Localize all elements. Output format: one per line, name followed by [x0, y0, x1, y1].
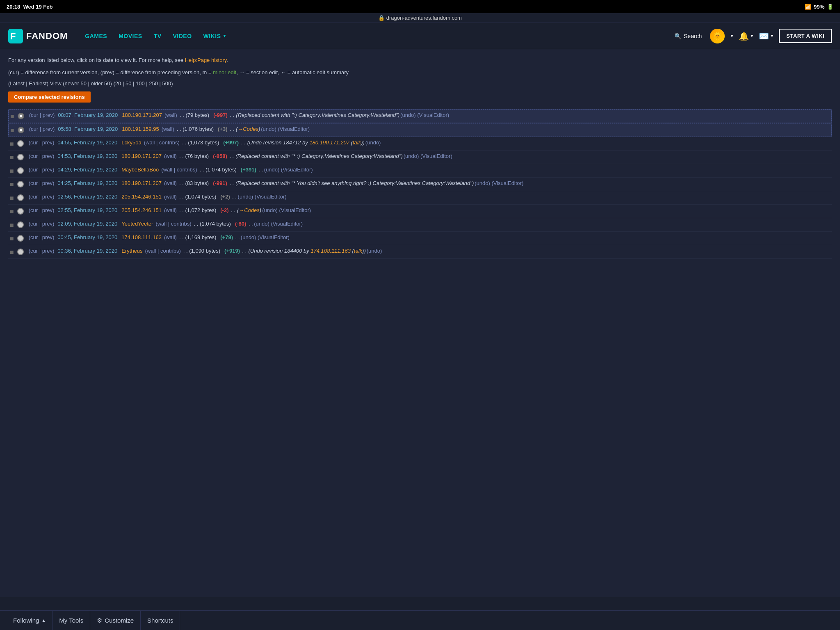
rev-user[interactable]: 174.108.111.163 — [121, 234, 162, 240]
rev-cur-prev-links[interactable]: (cur | prev) — [29, 248, 55, 254]
radio-button[interactable] — [17, 194, 24, 201]
rev-delta[interactable]: (-80) — [235, 221, 246, 227]
status-bar: 20:18 Wed 19 Feb 📶 99% 🔋 — [0, 0, 840, 13]
rev-cur-prev-links[interactable]: (cur | prev) — [29, 180, 55, 186]
rev-wall-link[interactable]: (wall) — [164, 234, 177, 240]
radio-button[interactable] — [17, 167, 24, 174]
messages-button[interactable]: ✉️ ▼ — [759, 31, 774, 41]
revision-item: ■ (cur | prev) 05:58, February 19, 2020 … — [8, 123, 832, 137]
rev-wall-link[interactable]: (wall) — [164, 194, 177, 200]
radio-button[interactable] — [18, 127, 24, 133]
bullet-icon: ■ — [10, 249, 14, 256]
rev-actions[interactable]: (undo) (VisualEditor) — [404, 153, 452, 159]
rev-cur-prev-links[interactable]: (cur | prev) — [29, 221, 55, 227]
rev-cur-prev-links[interactable]: (cur | prev) — [29, 207, 55, 213]
rev-cur-prev-links[interactable]: (cur | prev) — [29, 234, 55, 240]
rev-delta[interactable]: (+997) — [223, 139, 239, 146]
url-domain: dragon-adventures.fandom.com — [386, 15, 462, 21]
radio-button[interactable] — [17, 181, 24, 187]
rev-date[interactable]: 04:53, February 19, 2020 — [57, 153, 117, 159]
rev-cur-prev-links[interactable]: (cur | prev) — [29, 167, 55, 173]
nav-wikis[interactable]: WIKIS ▼ — [199, 30, 232, 42]
rev-cur-prev-links[interactable]: (cur | prev) — [29, 153, 55, 159]
rev-delta[interactable]: (+919) — [224, 248, 240, 254]
rev-user[interactable]: 205.154.246.151 — [121, 194, 162, 200]
rev-actions[interactable]: (undo) — [365, 139, 381, 146]
rev-delta[interactable]: (-991) — [213, 180, 227, 186]
rev-wall-link[interactable]: (wall) — [164, 207, 177, 213]
rev-delta[interactable]: (+79) — [220, 234, 233, 240]
rev-wall-link[interactable]: (wall) — [164, 180, 177, 186]
rev-user[interactable]: 205.154.246.151 — [121, 207, 162, 213]
status-right: 📶 99% 🔋 — [805, 4, 833, 10]
fandom-logo[interactable]: F FANDOM — [8, 29, 68, 43]
help-page-history-link[interactable]: Help:Page history — [185, 57, 227, 63]
rev-actions[interactable]: (undo) (VisualEditor) — [254, 221, 303, 227]
rev-wall-link[interactable]: (wall | contribs) — [155, 221, 191, 227]
rev-wall-link[interactable]: (wall | contribs) — [145, 248, 181, 254]
rev-wall-link[interactable]: (wall | contribs) — [144, 139, 180, 146]
rev-date[interactable]: 02:56, February 19, 2020 — [57, 194, 117, 200]
rev-user[interactable]: Lcky5oa — [121, 139, 141, 146]
nav-movies[interactable]: MOVIES — [114, 30, 147, 42]
rev-actions[interactable]: (undo) (VisualEditor) — [400, 112, 449, 118]
rev-wall-link[interactable]: (wall) — [164, 153, 177, 159]
rev-actions[interactable]: (undo) (VisualEditor) — [261, 126, 310, 132]
search-button[interactable]: 🔍 Search — [671, 31, 705, 41]
rev-cur-prev-links[interactable]: (cur | prev) — [29, 194, 55, 200]
rev-date[interactable]: 00:45, February 19, 2020 — [57, 234, 117, 240]
rev-delta[interactable]: (-997) — [213, 112, 228, 118]
rev-date[interactable]: 00:36, February 19, 2020 — [57, 248, 117, 254]
radio-button[interactable] — [17, 154, 24, 160]
radio-button[interactable] — [17, 208, 24, 215]
bullet-icon: ■ — [10, 221, 14, 229]
rev-actions[interactable]: (undo) (VisualEditor) — [475, 180, 523, 186]
notifications-button[interactable]: 🔔 ▼ — [739, 31, 754, 41]
rev-user[interactable]: 180.190.171.207 — [121, 153, 162, 159]
rev-cur-prev-links[interactable]: (cur | prev) — [29, 126, 55, 132]
rev-date[interactable]: 05:58, February 19, 2020 — [58, 126, 118, 132]
start-wiki-button[interactable]: START A WIKI — [779, 29, 832, 43]
rev-actions[interactable]: (undo) (VisualEditor) — [238, 194, 287, 200]
rev-date[interactable]: 08:07, February 19, 2020 — [58, 112, 118, 118]
rev-user[interactable]: Erytheus — [121, 248, 142, 254]
rev-actions[interactable]: (undo) (VisualEditor) — [262, 207, 311, 213]
revision-item: ■ (cur | prev) 02:09, February 19, 2020 … — [8, 218, 832, 232]
rev-cur-prev-links[interactable]: (cur | prev) — [29, 112, 55, 118]
rev-actions[interactable]: (undo) (VisualEditor) — [264, 167, 313, 173]
rev-date[interactable]: 04:25, February 19, 2020 — [57, 180, 117, 186]
radio-button[interactable] — [17, 221, 24, 228]
rev-user[interactable]: 180.190.171.207 — [122, 112, 162, 118]
rev-delta[interactable]: (+2) — [220, 194, 230, 200]
radio-button[interactable] — [17, 235, 24, 242]
rev-date[interactable]: 04:29, February 19, 2020 — [57, 167, 117, 173]
rev-user[interactable]: MaybeBellaBoo — [121, 167, 159, 173]
rev-date[interactable]: 02:09, February 19, 2020 — [57, 221, 117, 227]
rev-wall-link[interactable]: (wall) — [164, 112, 177, 118]
rev-user[interactable]: YeetedYeeter — [121, 221, 153, 227]
rev-delta[interactable]: (+391) — [241, 167, 256, 173]
rev-bytes: . . (76 bytes) — [179, 153, 209, 159]
rev-date[interactable]: 02:55, February 19, 2020 — [57, 207, 117, 213]
rev-user[interactable]: 180.190.171.207 — [121, 180, 162, 186]
rev-delta[interactable]: (+3) — [218, 126, 227, 132]
rev-delta[interactable]: (-858) — [213, 153, 227, 159]
battery-icon: 🔋 — [827, 4, 833, 10]
rev-date[interactable]: 04:55, February 19, 2020 — [57, 139, 117, 146]
revision-line: (cur | prev) 00:45, February 19, 2020 17… — [29, 234, 290, 240]
rev-actions[interactable]: (undo) (VisualEditor) — [241, 234, 290, 240]
nav-video[interactable]: VIDEO — [168, 30, 197, 42]
radio-button[interactable] — [18, 113, 24, 119]
compare-revisions-button[interactable]: Compare selected revisions — [8, 91, 91, 103]
rev-wall-link[interactable]: (wall | contribs) — [161, 167, 197, 173]
rev-wall-link[interactable]: (wall) — [162, 126, 174, 132]
user-avatar[interactable]: 🌞 — [710, 29, 725, 43]
rev-delta[interactable]: (-2) — [220, 207, 228, 213]
rev-user[interactable]: 180.191.159.95 — [122, 126, 159, 132]
nav-tv[interactable]: TV — [149, 30, 167, 42]
radio-button[interactable] — [17, 140, 24, 147]
rev-actions[interactable]: (undo) — [367, 248, 382, 254]
nav-games[interactable]: GAMES — [80, 30, 112, 42]
radio-button[interactable] — [17, 249, 24, 255]
rev-cur-prev-links[interactable]: (cur | prev) — [29, 139, 55, 146]
